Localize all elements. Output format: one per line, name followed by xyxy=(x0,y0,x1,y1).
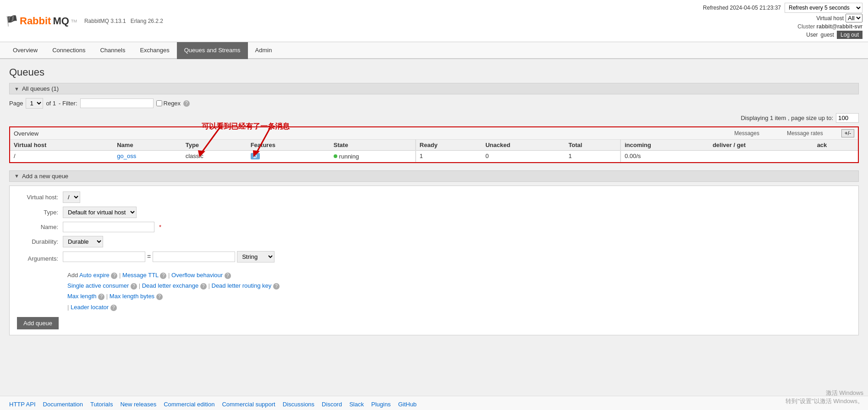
link-leader-locator[interactable]: Leader locator xyxy=(71,304,109,311)
sep4: | xyxy=(209,282,212,289)
nav-connections[interactable]: Connections xyxy=(45,42,93,59)
args-value-input[interactable] xyxy=(153,251,235,262)
footer-http-api[interactable]: HTTP API xyxy=(9,401,36,408)
footer-tutorials[interactable]: Tutorials xyxy=(90,401,113,408)
name-form-control: * xyxy=(63,222,161,232)
logo-tm: TM xyxy=(71,19,77,23)
args-key-input[interactable] xyxy=(63,251,145,262)
pagination: Page 1 of 1 - Filter: Regex ? xyxy=(9,98,859,109)
link-max-length-bytes[interactable]: Max length bytes xyxy=(110,293,154,300)
add-queue-expand-icon: ▼ xyxy=(14,173,19,179)
add-queue-type-select[interactable]: Default for virtual host Classic Quorum … xyxy=(63,207,137,218)
queue-name-link[interactable]: go_oss xyxy=(117,153,136,159)
footer-new-releases[interactable]: New releases xyxy=(120,401,156,408)
expand-arrow-icon: ▼ xyxy=(14,86,19,92)
cell-unacked: 0 xyxy=(482,151,565,162)
th-state: State xyxy=(330,140,416,151)
add-links-area: Add Auto expire ? | Message TTL ? | Over… xyxy=(67,270,851,313)
regex-help-icon[interactable]: ? xyxy=(183,100,190,107)
add-queue-section-header[interactable]: ▼ Add a new queue xyxy=(9,170,859,182)
form-row-arguments: Arguments: = String Number Boolean xyxy=(17,251,851,266)
footer-commercial-support[interactable]: Commercial support xyxy=(222,401,275,408)
top-bar: 🏴 RabbitMQTM RabbitMQ 3.13.1 Erlang 26.2… xyxy=(0,0,868,42)
add-queue-virtual-host-select[interactable]: / xyxy=(63,191,80,203)
name-form-label: Name: xyxy=(17,224,63,230)
refresh-select[interactable]: Refresh every 5 seconds Refresh every 10… xyxy=(785,3,863,13)
nav-admin[interactable]: Admin xyxy=(248,42,280,59)
annotation-text: 可以看到已经有了一条消息 xyxy=(202,122,290,131)
footer-documentation[interactable]: Documentation xyxy=(43,401,83,408)
main-content: Queues ▼ All queues (1) Page 1 of 1 - Fi… xyxy=(0,59,868,396)
cell-deliver-get xyxy=(709,151,813,162)
virtual-host-row: Virtual host All / xyxy=(816,14,863,22)
footer-github[interactable]: GitHub xyxy=(398,401,417,408)
add-queue-title: Add a new queue xyxy=(22,173,68,180)
regex-checkbox[interactable] xyxy=(156,100,162,106)
add-queue-name-input[interactable] xyxy=(63,222,154,232)
table-row[interactable]: / go_oss classic D running 1 0 1 xyxy=(10,151,858,162)
footer-commercial-edition[interactable]: Commercial edition xyxy=(164,401,214,408)
logo-icon: 🏴 xyxy=(5,15,18,27)
feature-badge: D xyxy=(251,153,260,159)
th-features: Features xyxy=(247,140,330,151)
user-name: guest xyxy=(821,32,834,38)
dead-letter-exchange-help-icon[interactable]: ? xyxy=(200,283,207,290)
version-info: RabbitMQ 3.13.1 Erlang 26.2.2 xyxy=(84,18,163,24)
message-ttl-help-icon[interactable]: ? xyxy=(160,273,166,279)
link-dead-letter-routing-key[interactable]: Dead letter routing key xyxy=(212,282,272,289)
cell-virtual-host: / xyxy=(10,151,113,162)
add-links-line2: Single active consumer ? | Dead letter e… xyxy=(67,280,851,291)
all-queues-section-header[interactable]: ▼ All queues (1) xyxy=(9,83,859,94)
footer-slack[interactable]: Slack xyxy=(349,401,364,408)
logout-button[interactable]: Log out xyxy=(837,31,863,39)
all-queues-title: All queues (1) xyxy=(22,85,59,92)
regex-label[interactable]: Regex xyxy=(156,100,181,107)
logo-mq: MQ xyxy=(53,15,69,27)
main-nav: Overview Connections Channels Exchanges … xyxy=(0,42,868,59)
nav-queues-streams[interactable]: Queues and Streams xyxy=(177,42,248,59)
add-queue-durability-select[interactable]: Durable Transient xyxy=(63,236,103,247)
add-queue-button[interactable]: Add queue xyxy=(17,317,59,329)
arrow-container: 可以看到已经有了一条消息 Overview Messages Message r… xyxy=(9,126,859,163)
form-row-name: Name: * xyxy=(17,222,851,232)
add-links-line4: | Leader locator ? xyxy=(67,302,851,312)
of-label: of 1 xyxy=(46,100,56,107)
footer-discord[interactable]: Discord xyxy=(322,401,342,408)
regex-text: Regex xyxy=(164,100,181,107)
link-auto-expire[interactable]: Auto expire xyxy=(79,272,110,279)
page-select[interactable]: 1 xyxy=(26,98,43,109)
table-add-remove-button[interactable]: +/- xyxy=(841,129,854,137)
cell-total: 1 xyxy=(565,151,621,162)
virtual-host-select[interactable]: All / xyxy=(846,14,863,22)
link-single-active-consumer[interactable]: Single active consumer xyxy=(67,282,129,289)
nav-exchanges[interactable]: Exchanges xyxy=(132,42,176,59)
windows-watermark: 激活 Windows 转到"设置"以激活 Windows。 xyxy=(786,389,863,405)
link-max-length[interactable]: Max length xyxy=(67,293,97,300)
footer-plugins[interactable]: Plugins xyxy=(371,401,391,408)
footer-discussions[interactable]: Discussions xyxy=(283,401,314,408)
page-size-input[interactable] xyxy=(836,113,859,123)
dead-letter-routing-help-icon[interactable]: ? xyxy=(273,283,280,290)
queues-table-container: Overview Messages Message rates +/- Virt… xyxy=(9,126,859,163)
th-name: Name xyxy=(113,140,181,151)
leader-locator-help-icon[interactable]: ? xyxy=(110,305,117,311)
max-length-help-icon[interactable]: ? xyxy=(98,294,104,300)
nav-overview[interactable]: Overview xyxy=(5,42,45,59)
args-type-select[interactable]: String Number Boolean xyxy=(237,251,275,262)
erlang-version: Erlang 26.2.2 xyxy=(131,18,163,24)
sep5: | xyxy=(106,293,110,300)
max-length-bytes-help-icon[interactable]: ? xyxy=(156,294,163,300)
single-active-help-icon[interactable]: ? xyxy=(131,283,137,290)
filter-input[interactable] xyxy=(80,98,154,108)
virtual-host-form-label: Virtual host: xyxy=(17,194,63,201)
overflow-help-icon[interactable]: ? xyxy=(225,273,231,279)
link-overflow-behaviour[interactable]: Overflow behaviour xyxy=(171,272,223,279)
durability-form-control: Durable Transient xyxy=(63,236,103,247)
type-form-label: Type: xyxy=(17,209,63,216)
auto-expire-help-icon[interactable]: ? xyxy=(111,273,117,279)
link-message-ttl[interactable]: Message TTL xyxy=(122,272,159,279)
link-dead-letter-exchange[interactable]: Dead letter exchange xyxy=(142,282,199,289)
cell-ready: 1 xyxy=(416,151,482,162)
nav-channels[interactable]: Channels xyxy=(93,42,132,59)
cell-name[interactable]: go_oss xyxy=(113,151,181,162)
